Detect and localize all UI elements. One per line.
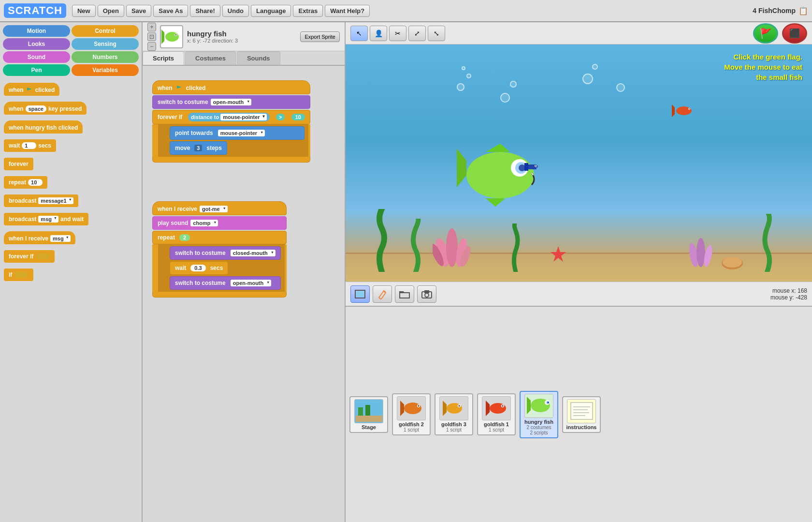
new-button[interactable]: New: [72, 5, 96, 17]
goldfish2-info: 1 script: [404, 427, 419, 433]
expand-tool[interactable]: ⤢: [408, 26, 426, 41]
starfish: [549, 245, 568, 265]
category-sensing[interactable]: Sensing: [72, 38, 139, 50]
folder-btn[interactable]: [395, 285, 414, 303]
shrink-tool[interactable]: ⤡: [428, 26, 445, 41]
svg-point-34: [384, 291, 386, 293]
svg-rect-17: [524, 163, 528, 171]
sprite-item-instructions[interactable]: instructions: [562, 396, 601, 433]
zoom-fit-btn[interactable]: ⊡: [147, 32, 156, 41]
svg-point-31: [723, 257, 742, 268]
hungry-fish-sprite: [457, 141, 544, 209]
forever-if-inner: point towards mouse-pointer move 3 steps: [152, 124, 310, 157]
block-broadcast-wait[interactable]: broadcast msg and wait: [4, 213, 88, 225]
block-repeat-2[interactable]: repeat 2: [152, 231, 287, 244]
sprite-info: hungry fish x: 6 y: -72 direction: 3: [187, 30, 296, 44]
seaweed-2: [408, 219, 423, 272]
scissors-tool[interactable]: ✂: [389, 26, 406, 41]
svg-point-20: [535, 165, 536, 166]
saveas-button[interactable]: Save As: [153, 5, 188, 17]
language-button[interactable]: Language: [251, 5, 291, 17]
sprite-zoom-controls: + ⊡ −: [147, 23, 156, 51]
block-forever[interactable]: forever: [4, 158, 33, 170]
blocks-palette: when clicked when space key pressed when…: [0, 79, 142, 522]
block-forever-if[interactable]: forever if distance to mouse-pointer▼ > …: [152, 110, 310, 124]
extras-button[interactable]: Extras: [293, 5, 323, 17]
block-repeat[interactable]: repeat 10: [4, 176, 47, 189]
undo-button[interactable]: Undo: [222, 5, 249, 17]
svg-rect-60: [571, 403, 593, 419]
goldfish1-thumb: [482, 396, 511, 420]
open-button[interactable]: Open: [98, 5, 124, 17]
export-sprite-button[interactable]: Export Sprite: [300, 31, 340, 42]
sprite-item-goldfish1[interactable]: goldfish 1 1 script: [477, 393, 516, 435]
svg-point-43: [404, 403, 421, 414]
stamp-tool[interactable]: 👤: [370, 26, 387, 41]
sprites-panel: Stage goldfish 2 1 script: [346, 306, 812, 522]
category-pen[interactable]: Pen: [3, 64, 70, 76]
block-when-flag-clicked[interactable]: when clicked: [152, 80, 310, 94]
pointer-tool[interactable]: ↖: [350, 26, 368, 41]
zoom-in-btn[interactable]: +: [147, 23, 156, 31]
block-wait-0-3[interactable]: wait 0.3 secs: [170, 261, 228, 275]
sprite-item-hungryfish[interactable]: hungry fish 2 costumes2 scripts: [520, 391, 558, 438]
block-switch-costume-open[interactable]: switch to costume open-mouth: [170, 276, 281, 290]
paint-tool-btn[interactable]: [373, 285, 392, 303]
sprite-item-stage[interactable]: Stage: [349, 396, 388, 433]
category-motion[interactable]: Motion: [3, 25, 70, 37]
block-when-key[interactable]: when space key pressed: [4, 102, 87, 115]
blocks-panel: Motion Control Looks Sensing Sound Numbe…: [0, 22, 143, 522]
scripts-canvas[interactable]: when clicked switch to costume open-mout…: [143, 66, 345, 522]
coral-2: [686, 228, 715, 267]
seaweed-3: [510, 224, 522, 272]
svg-rect-40: [356, 416, 382, 422]
camera-btn[interactable]: [417, 285, 436, 303]
stop-button[interactable]: ⬛: [782, 23, 807, 44]
stage-canvas[interactable]: Click the green flag.Move the mouse to e…: [346, 45, 812, 282]
svg-point-50: [458, 405, 460, 406]
sprite-item-goldfish2[interactable]: goldfish 2 1 script: [392, 393, 431, 435]
block-when-receive[interactable]: when I receive msg: [4, 231, 75, 244]
zoom-out-btn[interactable]: −: [147, 42, 156, 51]
block-switch-costume-closed[interactable]: switch to costume closed-mouth: [170, 246, 281, 260]
mouse-coordinates: mouse x: 168 mouse y: -428: [770, 287, 807, 301]
right-panel: ↖ 👤 ✂ ⤢ ⤡ 🚩 ⬛: [346, 22, 812, 522]
svg-marker-52: [486, 401, 490, 416]
category-looks[interactable]: Looks: [3, 38, 70, 50]
svg-rect-41: [358, 407, 363, 416]
block-move[interactable]: move 3 steps: [170, 141, 227, 155]
share-button[interactable]: Share!: [190, 5, 220, 17]
block-when-clicked[interactable]: when clicked: [4, 83, 59, 96]
block-when-sprite-clicked[interactable]: when hungry fish clicked: [4, 120, 83, 134]
block-broadcast[interactable]: broadcast message1: [4, 194, 78, 207]
tab-scripts[interactable]: Scripts: [143, 51, 184, 65]
tab-costumes[interactable]: Costumes: [185, 51, 236, 65]
forever-if-bottom: [152, 157, 310, 163]
seaweed-4: [761, 214, 773, 272]
block-play-sound[interactable]: play sound chomp: [152, 216, 287, 230]
green-flag-button[interactable]: 🚩: [753, 23, 778, 44]
script-group-1: when clicked switch to costume open-mout…: [152, 80, 310, 163]
save-button[interactable]: Save: [126, 5, 151, 17]
script-tabs: Scripts Costumes Sounds: [143, 51, 345, 66]
tab-sounds[interactable]: Sounds: [237, 51, 280, 65]
block-switch-costume-1[interactable]: switch to costume open-mouth: [152, 95, 310, 109]
sprite-item-goldfish3[interactable]: goldfish 3 1 script: [435, 393, 473, 435]
category-numbers[interactable]: Numbers: [72, 51, 139, 63]
help-button[interactable]: Want Help?: [325, 5, 370, 17]
category-control[interactable]: Control: [72, 25, 139, 37]
block-if[interactable]: if: [4, 268, 33, 281]
pointer-tools: ↖ 👤 ✂ ⤢ ⤡: [350, 26, 445, 41]
stage-view-btn[interactable]: [350, 285, 370, 303]
block-when-receive-got-me[interactable]: when I receive got-me: [152, 201, 287, 215]
bubble: [462, 66, 465, 70]
block-point-towards[interactable]: point towards mouse-pointer: [170, 126, 304, 140]
goldfish2-thumb: [397, 396, 426, 420]
category-buttons: Motion Control Looks Sensing Sound Numbe…: [0, 22, 142, 79]
svg-point-54: [502, 405, 503, 406]
block-wait[interactable]: wait 1 secs: [4, 139, 56, 152]
block-forever-if[interactable]: forever if: [4, 250, 55, 263]
category-sound[interactable]: Sound: [3, 51, 70, 63]
category-variables[interactable]: Variables: [72, 64, 139, 76]
repeat-inner: switch to costume closed-mouth wait 0.3 …: [152, 244, 287, 292]
